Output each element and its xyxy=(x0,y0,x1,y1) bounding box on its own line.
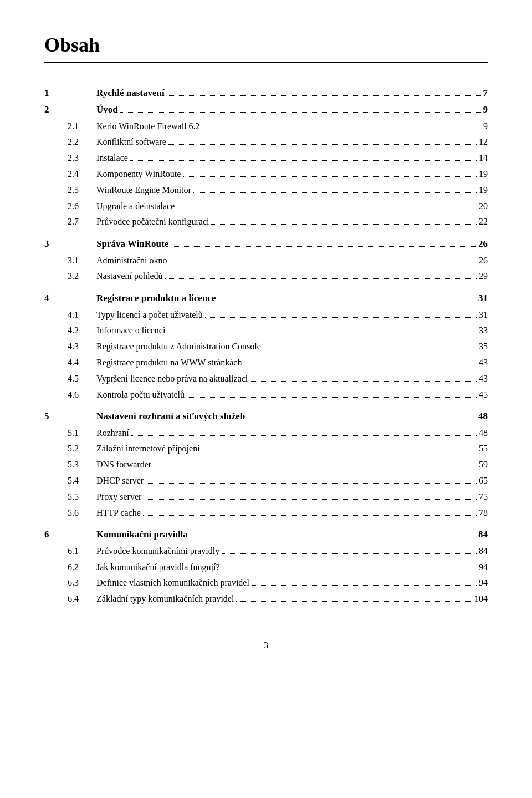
toc-entry: Administrační okno26 xyxy=(96,253,488,269)
toc-title: Registrace produktu na WWW stránkách xyxy=(96,356,242,370)
toc-dots xyxy=(146,483,477,484)
toc-sub-row: 3.2Nastavení pohledů29 xyxy=(44,268,488,284)
toc-title: Průvodce komunikačními pravidly xyxy=(96,545,219,558)
toc-page: 84 xyxy=(478,527,488,542)
toc-title: Úvod xyxy=(96,103,118,117)
toc-entry: Úvod9 xyxy=(96,101,488,118)
toc-subnumber: 5.2 xyxy=(68,441,96,457)
toc-number xyxy=(44,425,68,441)
toc-title: Průvodce počáteční konfigurací xyxy=(96,215,209,229)
toc-title: Nastavení rozhraní a síťových služeb xyxy=(96,409,245,424)
toc-page: 65 xyxy=(479,474,488,488)
toc-title: Definice vlastních komunikačních pravide… xyxy=(96,576,249,590)
toc-dots xyxy=(131,435,477,436)
toc-dots xyxy=(190,537,476,537)
toc-page: 26 xyxy=(478,237,488,251)
toc-dots xyxy=(170,263,477,263)
toc-subnumber: 2.7 xyxy=(68,214,96,230)
toc-spacer xyxy=(44,230,488,236)
toc-number xyxy=(44,268,68,284)
toc-number: 5 xyxy=(44,408,68,425)
toc-subnumber: 5.1 xyxy=(68,425,96,441)
toc-number xyxy=(44,591,68,607)
toc-dots xyxy=(244,365,477,365)
toc-dots xyxy=(168,144,477,145)
toc-title: Upgrade a deinstalace xyxy=(96,200,175,214)
toc-number xyxy=(44,166,68,182)
toc-entry: Kerio WinRoute Firewall 6.29 xyxy=(96,119,488,135)
toc-page: 94 xyxy=(479,576,488,590)
toc-dots xyxy=(143,515,477,516)
toc-subnumber: 2.1 xyxy=(68,119,96,135)
toc-subnumber: 5.5 xyxy=(68,489,96,505)
toc-page: 35 xyxy=(479,340,488,354)
toc-page: 22 xyxy=(479,215,488,229)
toc-page: 48 xyxy=(479,426,488,440)
toc-dots xyxy=(202,129,481,129)
toc-entry: Vypršení licence nebo práva na aktualiza… xyxy=(96,371,488,387)
toc-subnumber: 4.2 xyxy=(68,323,96,339)
toc-entry: HTTP cache78 xyxy=(96,505,488,521)
toc-dots xyxy=(171,246,476,247)
toc-main-row: 6Komunikační pravidla84 xyxy=(44,526,488,543)
toc-number xyxy=(44,543,68,560)
toc-page: 26 xyxy=(479,254,488,268)
toc-page: 20 xyxy=(479,200,488,214)
toc-entry: Záložní internetové připojení55 xyxy=(96,441,488,457)
toc-subnumber: 5.4 xyxy=(68,473,96,489)
toc-title: Informace o licenci xyxy=(96,324,165,338)
toc-subnumber: 2.4 xyxy=(68,166,96,182)
toc-title: Registrace produktu a licence xyxy=(96,291,216,306)
toc-subnumber xyxy=(68,85,96,101)
toc-dots xyxy=(177,209,477,209)
toc-entry: Rychlé nastavení7 xyxy=(96,85,488,101)
toc-subnumber: 6.3 xyxy=(68,575,96,591)
toc-title: Kontrola počtu uživatelů xyxy=(96,388,185,402)
toc-title: Správa WinRoute xyxy=(96,237,168,251)
toc-title: Jak komunikační pravidla fungují? xyxy=(96,561,220,575)
toc-entry: Nastavení rozhraní a síťových služeb48 xyxy=(96,408,488,425)
toc-page: 43 xyxy=(479,372,488,386)
toc-title: Administrační okno xyxy=(96,254,167,268)
toc-entry: Jak komunikační pravidla fungují?94 xyxy=(96,560,488,576)
toc-subnumber xyxy=(68,236,96,252)
toc-page: 31 xyxy=(478,291,488,306)
toc-sub-row: 5.4DHCP server65 xyxy=(44,473,488,489)
toc-sub-row: 5.5Proxy server75 xyxy=(44,489,488,505)
toc-entry: Upgrade a deinstalace20 xyxy=(96,199,488,215)
toc-subnumber: 4.6 xyxy=(68,387,96,403)
toc-number xyxy=(44,150,68,166)
toc-dots xyxy=(205,317,477,318)
toc-entry: Typy licencí a počet uživatelů31 xyxy=(96,307,488,323)
toc-page: 78 xyxy=(479,506,488,520)
toc-sub-row: 2.2Konfliktní software12 xyxy=(44,134,488,150)
toc-title: Komunikační pravidla xyxy=(96,527,188,542)
toc-sub-row: 4.3Registrace produktu z Administration … xyxy=(44,339,488,355)
toc-main-row: 2Úvod9 xyxy=(44,101,488,118)
toc-page: 55 xyxy=(479,442,488,456)
toc-sub-row: 2.7Průvodce počáteční konfigurací22 xyxy=(44,214,488,230)
toc-sub-row: 5.1Rozhraní48 xyxy=(44,425,488,441)
toc-dots xyxy=(222,570,477,570)
toc-title: Typy licencí a počet uživatelů xyxy=(96,308,203,322)
toc-sub-row: 3.1Administrační okno26 xyxy=(44,253,488,269)
toc-dots xyxy=(218,301,476,301)
toc-dots xyxy=(222,553,477,554)
toc-dots xyxy=(154,467,477,467)
toc-number xyxy=(44,560,68,576)
toc-page: 9 xyxy=(483,103,488,117)
toc-number: 1 xyxy=(44,85,68,101)
toc-entry: Nastavení pohledů29 xyxy=(96,268,488,284)
toc-dots xyxy=(236,601,472,602)
toc-subnumber xyxy=(68,526,96,543)
toc-sub-row: 2.5WinRoute Engine Monitor19 xyxy=(44,182,488,199)
toc-sub-row: 5.2Záložní internetové připojení55 xyxy=(44,441,488,457)
toc-main-row: 1Rychlé nastavení7 xyxy=(44,85,488,101)
toc-number: 4 xyxy=(44,290,68,307)
toc-subnumber: 5.6 xyxy=(68,505,96,521)
toc-subnumber xyxy=(68,101,96,118)
toc-page: 12 xyxy=(479,135,488,149)
toc-page: 45 xyxy=(479,388,488,402)
toc-page: 31 xyxy=(479,308,488,322)
toc-entry: Informace o licenci33 xyxy=(96,323,488,339)
